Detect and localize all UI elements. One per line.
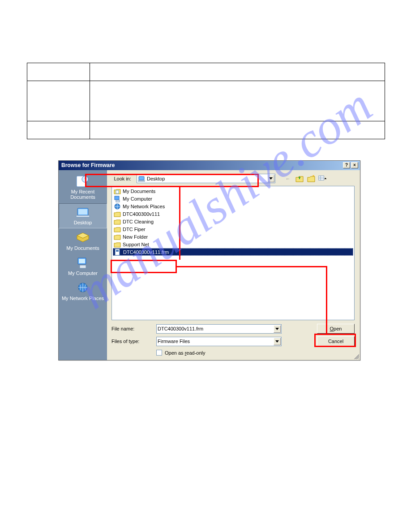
close-button[interactable]: ×: [351, 162, 358, 168]
files-of-type-dropdown[interactable]: Firmware Files: [156, 337, 282, 346]
svg-rect-7: [80, 265, 86, 268]
svg-rect-12: [116, 190, 119, 193]
lookin-label: Look in:: [111, 176, 133, 181]
svg-rect-4: [76, 215, 90, 217]
sidebar-item-label: Desktop: [74, 220, 92, 225]
places-bar: My Recent Documents Desktop My Documents…: [59, 170, 107, 360]
svg-rect-9: [139, 176, 144, 180]
resize-grip[interactable]: [353, 353, 359, 359]
folder-icon: [114, 233, 121, 240]
file-name-label: File name:: [111, 326, 156, 331]
file-item-label: My Computer: [123, 196, 152, 202]
network-places-icon: [75, 281, 90, 295]
file-item[interactable]: My Network Places: [113, 202, 353, 210]
cancel-button[interactable]: Cancel: [317, 336, 355, 346]
files-of-type-value: Firmware Files: [158, 339, 190, 344]
up-one-level-button[interactable]: [295, 174, 304, 183]
blank-table: [27, 63, 385, 139]
file-item-label: DTC400300v111.frm: [123, 249, 169, 255]
lookin-dropdown[interactable]: Desktop: [137, 174, 275, 183]
file-item[interactable]: Support Net: [113, 240, 353, 248]
file-item-label: My Documents: [123, 189, 155, 194]
file-item-label: DTC Cleaning: [123, 219, 154, 224]
folder-icon: [114, 218, 121, 225]
file-icon: [114, 249, 121, 256]
files-of-type-label: Files of type:: [111, 339, 156, 344]
sidebar-item-label: My Documents: [66, 245, 99, 251]
desktop-small-icon: [138, 175, 145, 182]
folder-icon: [114, 210, 121, 218]
file-item-label: My Network Places: [123, 204, 165, 209]
mynet-icon: [114, 203, 121, 210]
svg-rect-11: [319, 176, 324, 180]
file-item-label: DTC400300v111: [123, 211, 160, 217]
mycomp-icon: [114, 195, 121, 202]
sidebar-item-label: My Recent Documents: [70, 189, 95, 200]
views-button[interactable]: [318, 174, 327, 183]
file-item-label: DTC Fiper: [123, 227, 146, 232]
desktop-icon: [75, 206, 90, 219]
file-item[interactable]: My Computer: [113, 195, 353, 202]
new-folder-button[interactable]: [307, 174, 316, 183]
sidebar-item-recent[interactable]: My Recent Documents: [59, 173, 107, 202]
dropdown-caret-icon[interactable]: [274, 338, 281, 345]
mydocs-icon: [75, 231, 90, 245]
sidebar-item-mynet[interactable]: My Network Places: [59, 279, 107, 304]
file-item[interactable]: New Folder: [113, 233, 353, 240]
sidebar-item-mydocs[interactable]: My Documents: [59, 229, 107, 253]
svg-rect-3: [78, 209, 87, 215]
recent-docs-icon: [75, 175, 90, 188]
file-list[interactable]: My DocumentsMy ComputerMy Network Places…: [111, 186, 355, 320]
file-name-field[interactable]: DTC400300v111.frm: [156, 324, 282, 334]
lookin-value: Desktop: [147, 176, 165, 181]
dialog-title: Browse for Firmware: [61, 162, 115, 168]
file-item[interactable]: My Documents: [113, 187, 353, 195]
svg-rect-10: [138, 180, 145, 181]
sidebar-item-label: My Network Places: [62, 296, 104, 301]
readonly-checkbox[interactable]: [156, 350, 162, 356]
svg-rect-6: [79, 259, 85, 263]
svg-rect-13: [115, 196, 119, 200]
file-item[interactable]: DTC Fiper: [113, 225, 353, 233]
open-button[interactable]: Open: [317, 324, 355, 334]
file-item-label: New Folder: [123, 234, 148, 240]
mycomp-icon: [75, 256, 90, 270]
dropdown-caret-icon[interactable]: [274, 325, 281, 333]
help-button[interactable]: ?: [343, 162, 350, 168]
file-item-selected[interactable]: DTC400300v111.frm: [113, 248, 353, 256]
dropdown-caret-icon[interactable]: [267, 175, 274, 182]
file-item[interactable]: DTC400300v111: [113, 210, 353, 218]
svg-rect-17: [116, 250, 119, 252]
sidebar-item-label: My Computer: [68, 270, 98, 276]
file-item[interactable]: DTC Cleaning: [113, 218, 353, 225]
file-item-label: Support Net: [123, 242, 149, 247]
file-name-value: DTC400300v111.frm: [158, 326, 203, 331]
sidebar-item-mycomp[interactable]: My Computer: [59, 254, 107, 279]
back-button[interactable]: ←: [283, 174, 292, 183]
file-browse-dialog: Browse for Firmware ? × My Recent Docume…: [58, 160, 360, 360]
folder-icon: [114, 241, 121, 248]
folder-icon: [114, 226, 121, 233]
sidebar-item-desktop[interactable]: Desktop: [59, 203, 107, 228]
readonly-label: Open as read-only: [165, 350, 206, 356]
titlebar[interactable]: Browse for Firmware ? ×: [59, 161, 360, 170]
svg-rect-14: [116, 200, 120, 202]
mydocs-icon: [114, 188, 121, 195]
